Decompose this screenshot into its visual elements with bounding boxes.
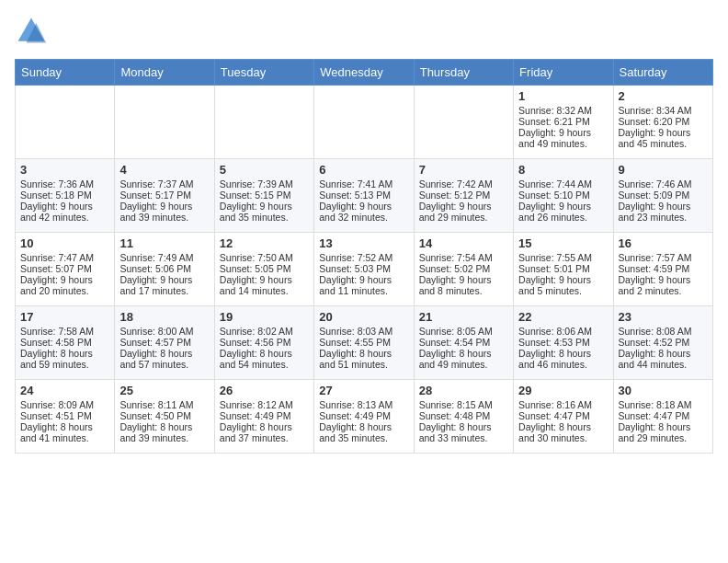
- day-info: Daylight: 9 hours and 26 minutes.: [518, 201, 608, 223]
- day-info: Daylight: 9 hours and 5 minutes.: [518, 274, 608, 296]
- day-info: Daylight: 8 hours and 49 minutes.: [419, 348, 508, 370]
- calendar-cell: 21Sunrise: 8:05 AMSunset: 4:54 PMDayligh…: [414, 306, 513, 380]
- calendar-cell: [16, 86, 115, 159]
- day-info: Sunrise: 8:08 AM: [619, 326, 708, 337]
- day-info: Daylight: 9 hours and 14 minutes.: [220, 274, 309, 296]
- calendar-cell: 19Sunrise: 8:02 AMSunset: 4:56 PMDayligh…: [214, 306, 313, 380]
- logo-icon: [15, 15, 48, 48]
- day-info: Sunrise: 8:03 AM: [319, 326, 408, 337]
- day-number: 3: [20, 163, 109, 177]
- day-number: 9: [619, 163, 708, 177]
- day-info: Daylight: 8 hours and 44 minutes.: [619, 348, 708, 370]
- day-info: Sunrise: 7:41 AM: [319, 178, 408, 190]
- calendar-cell: 18Sunrise: 8:00 AMSunset: 4:57 PMDayligh…: [115, 306, 214, 380]
- day-info: Daylight: 8 hours and 41 minutes.: [20, 421, 109, 443]
- calendar-cell: 26Sunrise: 8:12 AMSunset: 4:49 PMDayligh…: [214, 380, 313, 454]
- calendar-cell: [414, 86, 513, 159]
- day-info: Sunset: 4:49 PM: [319, 410, 408, 421]
- day-info: Sunset: 4:47 PM: [518, 410, 608, 421]
- day-info: Sunrise: 8:06 AM: [518, 326, 608, 337]
- day-info: Daylight: 8 hours and 51 minutes.: [319, 348, 408, 370]
- day-info: Sunrise: 8:09 AM: [20, 399, 109, 410]
- calendar-body: 1Sunrise: 8:32 AMSunset: 6:21 PMDaylight…: [16, 86, 713, 454]
- calendar-cell: 11Sunrise: 7:49 AMSunset: 5:06 PMDayligh…: [115, 233, 214, 306]
- calendar-cell: [214, 86, 313, 159]
- calendar-cell: 22Sunrise: 8:06 AMSunset: 4:53 PMDayligh…: [514, 306, 613, 380]
- day-number: 26: [220, 384, 309, 397]
- day-info: Sunset: 4:56 PM: [220, 337, 309, 348]
- day-number: 15: [518, 236, 608, 250]
- day-info: Daylight: 9 hours and 29 minutes.: [419, 201, 508, 223]
- day-info: Daylight: 9 hours and 20 minutes.: [20, 274, 109, 296]
- day-info: Sunset: 4:54 PM: [419, 337, 508, 348]
- calendar-cell: 6Sunrise: 7:41 AMSunset: 5:13 PMDaylight…: [314, 159, 414, 233]
- day-info: Daylight: 8 hours and 39 minutes.: [119, 421, 209, 443]
- calendar-cell: [314, 86, 414, 159]
- calendar-table: SundayMondayTuesdayWednesdayThursdayFrid…: [15, 59, 713, 454]
- calendar-cell: 2Sunrise: 8:34 AMSunset: 6:20 PMDaylight…: [613, 86, 712, 159]
- day-info: Daylight: 8 hours and 54 minutes.: [220, 348, 309, 370]
- day-info: Sunset: 5:05 PM: [220, 263, 309, 274]
- day-info: Sunrise: 7:54 AM: [419, 252, 508, 263]
- calendar-cell: 7Sunrise: 7:42 AMSunset: 5:12 PMDaylight…: [414, 159, 513, 233]
- day-number: 20: [319, 310, 408, 324]
- calendar-cell: 15Sunrise: 7:55 AMSunset: 5:01 PMDayligh…: [514, 233, 613, 306]
- day-header-sunday: Sunday: [16, 60, 115, 86]
- day-info: Sunrise: 7:39 AM: [220, 178, 309, 190]
- day-number: 21: [419, 310, 508, 324]
- day-number: 1: [518, 89, 608, 103]
- calendar-cell: 20Sunrise: 8:03 AMSunset: 4:55 PMDayligh…: [314, 306, 414, 380]
- calendar-cell: [115, 86, 214, 159]
- day-number: 4: [119, 163, 209, 177]
- day-info: Sunset: 5:13 PM: [319, 190, 408, 201]
- day-header-thursday: Thursday: [414, 60, 513, 86]
- day-info: Daylight: 9 hours and 32 minutes.: [319, 201, 408, 223]
- day-info: Daylight: 9 hours and 17 minutes.: [119, 274, 209, 296]
- calendar-cell: 17Sunrise: 7:58 AMSunset: 4:58 PMDayligh…: [16, 306, 115, 380]
- day-number: 23: [619, 310, 708, 324]
- day-info: Sunset: 5:03 PM: [319, 263, 408, 274]
- day-info: Sunset: 5:18 PM: [20, 190, 109, 201]
- day-number: 30: [619, 384, 708, 397]
- day-info: Daylight: 8 hours and 33 minutes.: [419, 421, 508, 443]
- calendar-cell: 23Sunrise: 8:08 AMSunset: 4:52 PMDayligh…: [613, 306, 712, 380]
- day-number: 5: [220, 163, 309, 177]
- day-header-wednesday: Wednesday: [314, 60, 414, 86]
- day-info: Sunrise: 7:46 AM: [619, 178, 708, 190]
- day-number: 11: [119, 236, 209, 250]
- day-info: Sunrise: 8:11 AM: [119, 399, 209, 410]
- day-info: Daylight: 9 hours and 2 minutes.: [619, 274, 708, 296]
- logo: [15, 15, 51, 48]
- day-info: Daylight: 8 hours and 30 minutes.: [518, 421, 608, 443]
- day-info: Daylight: 9 hours and 39 minutes.: [119, 201, 209, 223]
- day-header-friday: Friday: [514, 60, 613, 86]
- day-info: Sunrise: 8:13 AM: [319, 399, 408, 410]
- day-number: 16: [619, 236, 708, 250]
- week-row-4: 17Sunrise: 7:58 AMSunset: 4:58 PMDayligh…: [16, 306, 713, 380]
- day-info: Sunrise: 7:52 AM: [319, 252, 408, 263]
- day-info: Sunset: 4:50 PM: [119, 410, 209, 421]
- day-info: Sunset: 4:53 PM: [518, 337, 608, 348]
- day-number: 12: [220, 236, 309, 250]
- day-info: Daylight: 8 hours and 29 minutes.: [619, 421, 708, 443]
- calendar-cell: 27Sunrise: 8:13 AMSunset: 4:49 PMDayligh…: [314, 380, 414, 454]
- calendar-cell: 9Sunrise: 7:46 AMSunset: 5:09 PMDaylight…: [613, 159, 712, 233]
- calendar-cell: 29Sunrise: 8:16 AMSunset: 4:47 PMDayligh…: [514, 380, 613, 454]
- day-info: Sunset: 4:52 PM: [619, 337, 708, 348]
- day-number: 17: [20, 310, 109, 324]
- day-info: Sunset: 6:21 PM: [518, 116, 608, 127]
- day-info: Sunset: 4:48 PM: [419, 410, 508, 421]
- day-info: Sunset: 5:01 PM: [518, 263, 608, 274]
- day-info: Daylight: 8 hours and 35 minutes.: [319, 421, 408, 443]
- day-number: 7: [419, 163, 508, 177]
- week-row-5: 24Sunrise: 8:09 AMSunset: 4:51 PMDayligh…: [16, 380, 713, 454]
- day-info: Sunset: 4:55 PM: [319, 337, 408, 348]
- day-info: Sunrise: 8:00 AM: [119, 326, 209, 337]
- calendar-cell: 12Sunrise: 7:50 AMSunset: 5:05 PMDayligh…: [214, 233, 313, 306]
- day-info: Daylight: 8 hours and 57 minutes.: [119, 348, 209, 370]
- day-info: Daylight: 9 hours and 45 minutes.: [619, 127, 708, 149]
- day-info: Daylight: 9 hours and 8 minutes.: [419, 274, 508, 296]
- day-info: Sunset: 5:09 PM: [619, 190, 708, 201]
- calendar-cell: 24Sunrise: 8:09 AMSunset: 4:51 PMDayligh…: [16, 380, 115, 454]
- day-number: 22: [518, 310, 608, 324]
